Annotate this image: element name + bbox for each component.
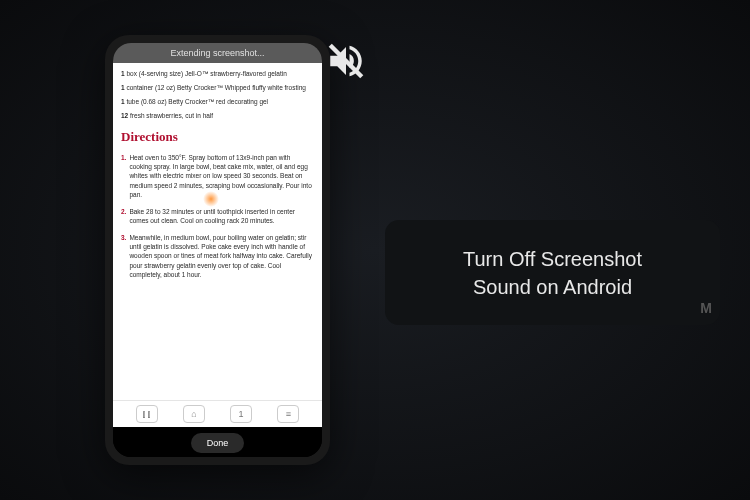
ingredient-item: 1 tube (0.68 oz) Betty Crocker™ red deco… bbox=[121, 97, 314, 106]
reader-bottom-bar: ⫿⫿ ⌂ 1 ≡ bbox=[113, 400, 322, 427]
mute-icon bbox=[325, 40, 367, 86]
title-line-1: Turn Off Screenshot bbox=[463, 245, 642, 273]
ingredient-item: 12 fresh strawberries, cut in half bbox=[121, 111, 314, 120]
title-card: Turn Off Screenshot Sound on Android M bbox=[385, 220, 720, 325]
page-indicator[interactable]: 1 bbox=[230, 405, 252, 423]
done-row: Done bbox=[113, 427, 322, 457]
direction-step: 3.Meanwhile, in medium bowl, pour boilin… bbox=[121, 233, 314, 280]
title-line-2: Sound on Android bbox=[473, 273, 632, 301]
menu-icon[interactable]: ≡ bbox=[277, 405, 299, 423]
direction-step: 1.Heat oven to 350°F. Spray bottom of 13… bbox=[121, 153, 314, 200]
book-view-icon[interactable]: ⫿⫿ bbox=[136, 405, 158, 423]
recipe-content[interactable]: 1 box (4-serving size) Jell-O™ strawberr… bbox=[113, 63, 322, 400]
done-button[interactable]: Done bbox=[191, 433, 245, 453]
watermark: M bbox=[700, 299, 712, 319]
direction-step: 2.Bake 28 to 32 minutes or until toothpi… bbox=[121, 207, 314, 226]
phone-frame: Extending screenshot... 1 box (4-serving… bbox=[105, 35, 330, 465]
home-icon[interactable]: ⌂ bbox=[183, 405, 205, 423]
ingredient-item: 1 box (4-serving size) Jell-O™ strawberr… bbox=[121, 69, 314, 78]
screenshot-status-bar: Extending screenshot... bbox=[113, 43, 322, 63]
ingredient-item: 1 container (12 oz) Betty Crocker™ Whipp… bbox=[121, 83, 314, 92]
directions-heading: Directions bbox=[121, 128, 314, 146]
phone-screen: Extending screenshot... 1 box (4-serving… bbox=[113, 43, 322, 457]
